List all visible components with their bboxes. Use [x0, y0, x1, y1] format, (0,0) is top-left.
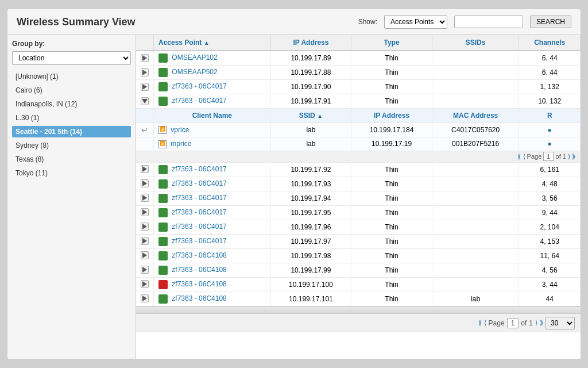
ap-name[interactable]: zf7363 - 06C4017 — [172, 179, 226, 187]
sidebar-item-cairo[interactable]: Cairo (6) — [12, 85, 131, 96]
page-nav-first[interactable]: ⟪ — [478, 319, 482, 327]
expand-cell[interactable] — [136, 220, 154, 234]
app-title: Wireless Summary View — [17, 16, 351, 28]
sidebar-item-sydney[interactable]: Sydney (8) — [12, 140, 131, 151]
ap-name[interactable]: OMSEAAP102 — [172, 53, 217, 62]
expand-icon[interactable] — [141, 165, 149, 173]
expand-icon[interactable] — [141, 68, 149, 76]
ap-icon-green — [158, 165, 168, 174]
ap-name[interactable]: zf7363 - 06C4017 — [172, 165, 226, 173]
app-container: Wireless Summary View Show: Access Point… — [7, 9, 581, 359]
ap-icon-green — [158, 266, 168, 275]
ap-name[interactable]: zf7363 - 06C4017 — [172, 97, 226, 105]
page-nav-next[interactable]: ⟩ — [535, 319, 537, 327]
page-nav-last[interactable]: ⟫ — [540, 319, 543, 327]
ap-ssids — [432, 263, 519, 277]
ap-channels: 9, 44 — [519, 205, 581, 220]
expand-cell[interactable] — [136, 177, 154, 191]
expand-cell[interactable] — [136, 51, 154, 66]
col-access-point[interactable]: Access Point ▲ — [154, 35, 271, 51]
expand-icon[interactable] — [141, 294, 149, 302]
sub-col-ip: IP Address — [351, 109, 432, 123]
expand-icon[interactable] — [141, 280, 149, 288]
client-r-icon[interactable]: ● — [548, 140, 552, 148]
expand-cell[interactable] — [136, 205, 154, 220]
page-nav-next[interactable]: ⟩ — [568, 153, 570, 160]
sidebar-item-tokyo[interactable]: Tokyo (11) — [12, 167, 131, 179]
sidebar-item-unknown[interactable]: [Unknown] (1) — [12, 71, 131, 82]
ap-channels: 4, 48 — [519, 177, 581, 191]
sidebar-item-seattle[interactable]: Seattle - 201 5th (14) — [12, 126, 131, 137]
client-name-text[interactable]: mprice — [171, 140, 191, 148]
sidebar-item-l30[interactable]: L.30 (1) — [12, 112, 131, 124]
expand-icon[interactable] — [141, 97, 149, 105]
expand-icon[interactable] — [141, 208, 149, 216]
ap-name[interactable]: zf7363 - 06C4108 — [172, 266, 226, 274]
ap-ssids — [432, 66, 519, 80]
group-by-select[interactable]: Location Zone Model — [12, 51, 131, 65]
sub-col-client-name[interactable]: Client Name — [154, 109, 271, 123]
expand-icon[interactable] — [141, 223, 149, 231]
page-nav-prev[interactable]: ⟨ — [523, 153, 525, 160]
expand-cell[interactable] — [136, 94, 154, 109]
ap-name[interactable]: OMSEAAP502 — [172, 68, 217, 76]
table-row: zf7363 - 06C4017 10.199.17.95 Thin 9, 44 — [136, 205, 581, 220]
ap-channels: 3, 44 — [519, 277, 581, 292]
col-expand — [136, 35, 154, 51]
expand-cell[interactable] — [136, 80, 154, 94]
table-row: OMSEAAP102 10.199.17.89 Thin 6, 44 — [136, 51, 581, 66]
sidebar-item-indianapolis[interactable]: Indianapolis, IN (12) — [12, 98, 131, 110]
expand-icon[interactable] — [141, 83, 149, 91]
ap-ssids — [432, 220, 519, 234]
col-channels: Channels — [519, 35, 581, 51]
expand-icon[interactable] — [141, 54, 149, 62]
ap-name[interactable]: zf7363 - 06C4108 — [172, 251, 226, 259]
horizontal-scrollbar[interactable] — [136, 306, 581, 313]
expand-cell[interactable] — [136, 191, 154, 205]
per-page-select[interactable]: 10 20 30 50 100 — [546, 317, 575, 329]
content-area: Group by: Location Zone Model [Unknown] … — [7, 35, 581, 359]
ap-name-cell: zf7363 - 06C4108 — [154, 277, 271, 292]
ap-name[interactable]: zf7363 - 06C4108 — [172, 294, 226, 302]
expand-icon[interactable] — [141, 237, 149, 245]
ap-ip: 10.199.17.101 — [270, 292, 351, 306]
expand-icon[interactable] — [141, 251, 149, 259]
sub-col-ssid[interactable]: SSID ▲ — [270, 109, 351, 123]
expand-cell[interactable] — [136, 162, 154, 177]
ap-name[interactable]: zf7363 - 06C4017 — [172, 194, 226, 202]
search-button[interactable]: SEARCH — [530, 16, 571, 28]
expand-icon[interactable] — [141, 194, 149, 202]
ap-name[interactable]: zf7363 - 06C4108 — [172, 280, 226, 288]
group-by-label: Group by: — [12, 40, 131, 48]
expand-icon[interactable] — [141, 179, 149, 187]
ap-table: Access Point ▲ IP Address Type SSIDs Cha… — [136, 35, 581, 306]
ap-ssids — [432, 191, 519, 205]
expand-cell[interactable] — [136, 263, 154, 277]
search-input[interactable] — [454, 16, 523, 28]
ap-name-cell: OMSEAAP502 — [154, 66, 271, 80]
ap-type: Thin — [351, 220, 432, 234]
expand-cell[interactable] — [136, 277, 154, 292]
ap-channels: 6, 44 — [519, 51, 581, 66]
ap-name[interactable]: zf7363 - 06C4017 — [172, 208, 226, 216]
expand-cell[interactable] — [136, 292, 154, 306]
client-r-icon[interactable]: ● — [548, 126, 552, 134]
ap-channels: 4, 56 — [519, 263, 581, 277]
ap-name[interactable]: zf7363 - 06C4017 — [172, 223, 226, 231]
ap-name[interactable]: zf7363 - 06C4017 — [172, 82, 226, 90]
expand-icon[interactable] — [141, 266, 149, 274]
ap-name-cell: zf7363 - 06C4017 — [154, 205, 271, 220]
client-name-text[interactable]: vprice — [171, 126, 189, 134]
page-nav-last[interactable]: ⟫ — [572, 153, 575, 160]
ap-name[interactable]: zf7363 - 06C4017 — [172, 237, 226, 245]
page-nav-prev[interactable]: ⟨ — [484, 319, 486, 327]
ap-icon-green — [158, 53, 168, 63]
expand-cell[interactable] — [136, 248, 154, 263]
sidebar-item-texas[interactable]: Texas (8) — [12, 154, 131, 165]
ap-icon-green — [158, 179, 168, 189]
page-nav-first[interactable]: ⟪ — [517, 153, 521, 160]
expand-cell[interactable] — [136, 234, 154, 248]
ap-channels: 6, 44 — [519, 66, 581, 80]
show-select[interactable]: Access Points Clients Rogues — [384, 15, 447, 29]
expand-cell[interactable] — [136, 66, 154, 80]
